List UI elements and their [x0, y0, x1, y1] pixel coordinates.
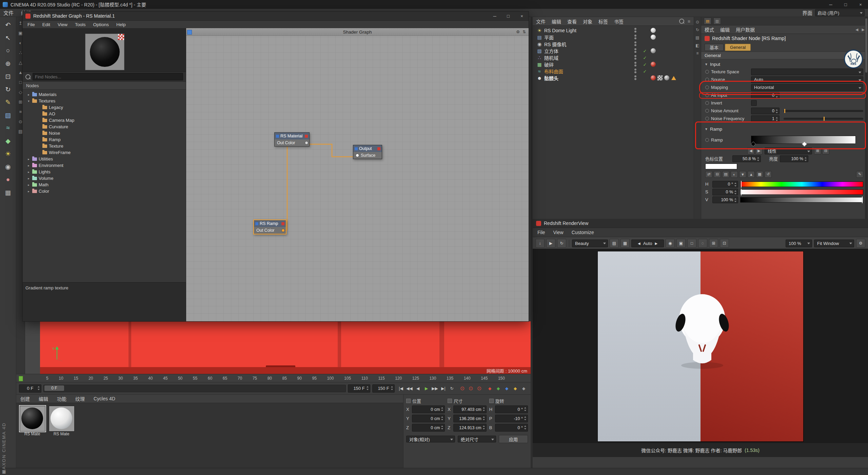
- node-rs-material[interactable]: RS Material Out Color: [274, 132, 310, 147]
- material-thumbnail-black[interactable]: [20, 406, 45, 432]
- live-selection-icon[interactable]: ○: [2, 45, 14, 56]
- position-x-field[interactable]: 0 cm: [412, 405, 445, 413]
- object-name[interactable]: 随机域: [544, 54, 558, 61]
- slider-handle[interactable]: [741, 181, 742, 188]
- rotate-tool-icon[interactable]: ↻: [2, 83, 14, 95]
- material-menu-cycles[interactable]: Cycles 4D: [94, 396, 115, 401]
- anim-dot-icon[interactable]: [705, 109, 709, 113]
- tree-item-curvature[interactable]: Curvature: [23, 124, 186, 130]
- slider-handle[interactable]: [862, 196, 863, 203]
- output-port[interactable]: [281, 229, 285, 232]
- bucket-render-icon[interactable]: ▣: [676, 239, 686, 248]
- record-keyframe-button[interactable]: ⊙: [458, 384, 467, 393]
- visibility-dots[interactable]: [634, 48, 636, 53]
- cursor-tool-icon[interactable]: ↖: [2, 32, 14, 43]
- anim-dot-icon[interactable]: [705, 70, 709, 74]
- noise-frequency-field[interactable]: 1: [751, 115, 780, 122]
- object-row[interactable]: ◉RS 摄像机: [533, 41, 694, 48]
- next-icon[interactable]: ▶: [655, 242, 657, 245]
- ab-compare-icon[interactable]: ⊡: [720, 239, 729, 248]
- node-preview-chip[interactable]: [305, 135, 308, 138]
- autokey-button[interactable]: ⊙: [467, 384, 475, 393]
- rotation-h-field[interactable]: 0 °: [495, 405, 528, 413]
- interpolation-dropdown[interactable]: 线性: [765, 148, 812, 154]
- spline-icon[interactable]: ≈: [2, 122, 14, 134]
- prev-icon[interactable]: ◀: [638, 242, 640, 245]
- stepper-icon[interactable]: [734, 198, 737, 203]
- compare-icon[interactable]: ⊞: [709, 239, 718, 248]
- aov-dropdown[interactable]: Beauty: [572, 240, 608, 247]
- layout-dropdown[interactable]: 启动 (用户): [815, 9, 865, 16]
- node-preview-chip[interactable]: [281, 222, 284, 225]
- object-name[interactable]: 骷髅头: [544, 75, 558, 81]
- menu-file[interactable]: 文件: [3, 9, 14, 16]
- coord-mode-dropdown[interactable]: 对象(相对): [406, 436, 455, 442]
- om-menu-view[interactable]: 查看: [567, 18, 577, 25]
- ball-white-tag-icon[interactable]: [651, 28, 656, 33]
- enable-toggle[interactable]: [642, 34, 648, 41]
- keyframe-selection-button[interactable]: ⊙: [475, 384, 484, 393]
- timeline-slider[interactable]: 0 F: [43, 385, 346, 392]
- noise-frequency-slider[interactable]: [784, 118, 863, 120]
- stepper-icon[interactable]: [524, 416, 527, 421]
- stepper-icon[interactable]: [524, 425, 527, 430]
- material-name[interactable]: RS Mate: [49, 432, 74, 437]
- stepper-icon[interactable]: [734, 190, 737, 195]
- ball-red-tag-icon[interactable]: [651, 75, 656, 80]
- tree-item-ramp[interactable]: Ramp: [23, 136, 186, 143]
- caret-icon[interactable]: ▸: [27, 93, 31, 96]
- attributes-tab-icon[interactable]: ▤: [704, 18, 711, 24]
- tree-item-lights[interactable]: ▸Lights: [23, 169, 186, 175]
- input-port[interactable]: [356, 154, 359, 157]
- alt-input-field[interactable]: 0: [751, 92, 780, 99]
- stepper-icon[interactable]: [391, 386, 394, 391]
- main-titlebar[interactable]: CINEMA 4D R20.059 Studio (RC - R20) - [骷…: [0, 0, 868, 9]
- value-field[interactable]: 100 %: [712, 196, 738, 203]
- visibility-dots[interactable]: [634, 69, 636, 73]
- aov-grid-icon[interactable]: ▤: [610, 239, 619, 248]
- visibility-dots[interactable]: [634, 35, 636, 39]
- hue-field[interactable]: 0 °: [712, 181, 738, 188]
- sg-menu-view[interactable]: View: [58, 22, 67, 27]
- anim-dot-icon[interactable]: [705, 117, 709, 120]
- gradient-distribute-icon[interactable]: ▤: [722, 171, 729, 178]
- scrollbar[interactable]: [865, 17, 868, 219]
- gear-icon[interactable]: ⚙: [516, 30, 520, 34]
- timeline-slider-handle[interactable]: 0 F: [44, 385, 64, 391]
- input-group-header[interactable]: ▼Input: [701, 60, 868, 68]
- stepper-icon[interactable]: [775, 117, 778, 121]
- om-menu-bookmarks[interactable]: 书签: [614, 18, 624, 25]
- tab-basic[interactable]: 基本: [705, 44, 724, 51]
- object-row[interactable]: ▤平面: [533, 34, 694, 41]
- size-z-field[interactable]: 124.913 cm: [453, 424, 486, 432]
- ramp-knot-black[interactable]: [751, 141, 756, 147]
- restart-render-icon[interactable]: ↻: [557, 239, 566, 248]
- node-rs-ramp[interactable]: RS Ramp Out Color: [253, 220, 287, 234]
- current-frame-field[interactable]: 0 F: [19, 384, 41, 393]
- stepper-icon[interactable]: [775, 93, 778, 98]
- enable-toggle[interactable]: [642, 75, 648, 81]
- filter-icon[interactable]: ≡: [688, 19, 690, 24]
- stepper-icon[interactable]: [524, 407, 527, 412]
- ramp-knot-white[interactable]: [802, 141, 807, 147]
- visibility-dots[interactable]: [634, 28, 636, 33]
- output-port[interactable]: [305, 141, 308, 145]
- visibility-dots[interactable]: [634, 62, 636, 66]
- om-menu-file[interactable]: 文件: [536, 18, 546, 25]
- pen-tool-icon[interactable]: ✎: [2, 96, 14, 108]
- stepper-icon[interactable]: [804, 157, 807, 162]
- shader-graph-titlebar[interactable]: Redshift Shader Graph - RS Material.1 ─ …: [23, 12, 529, 21]
- mapping-dropdown[interactable]: Horizontal: [751, 84, 863, 91]
- start-render-icon[interactable]: ▶: [546, 239, 555, 248]
- rv-menu-customize[interactable]: Customize: [572, 230, 594, 235]
- rotation-b-field[interactable]: 0 °: [495, 424, 528, 432]
- slider-handle[interactable]: [784, 109, 785, 113]
- attr-menu-mode[interactable]: 模式: [705, 26, 714, 33]
- panel-corner-icon[interactable]: [187, 30, 192, 35]
- next-key-button[interactable]: ▶|: [439, 384, 448, 393]
- color-swatch[interactable]: [705, 164, 737, 169]
- object-row[interactable]: ☀RS Dome Light: [533, 27, 694, 34]
- rotation-p-field[interactable]: -10 °: [495, 415, 528, 422]
- light-icon[interactable]: ☀: [2, 148, 14, 159]
- tab-general[interactable]: General: [725, 44, 751, 51]
